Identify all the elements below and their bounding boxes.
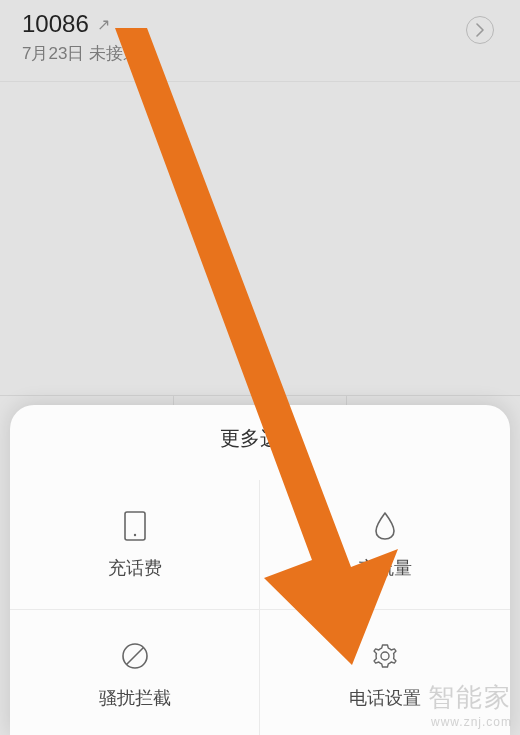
svg-line-3 bbox=[126, 648, 143, 665]
call-status: 未接通 bbox=[89, 44, 140, 63]
chevron-right-icon bbox=[476, 23, 485, 37]
option-recharge-data[interactable]: 充流量 bbox=[260, 480, 510, 610]
block-icon bbox=[119, 640, 151, 672]
gear-icon bbox=[369, 640, 401, 672]
phone-card-icon bbox=[119, 510, 151, 542]
option-label: 电话设置 bbox=[349, 686, 421, 710]
watermark: 智能家 www.znj.com bbox=[428, 680, 512, 729]
call-detail-button[interactable] bbox=[466, 16, 494, 44]
watermark-text: 智能家 bbox=[428, 680, 512, 715]
sheet-title: 更多选项 bbox=[10, 425, 510, 452]
option-recharge-balance[interactable]: 充话费 bbox=[10, 480, 260, 610]
call-meta: 7月23日 未接通 bbox=[22, 42, 140, 65]
drop-icon bbox=[369, 510, 401, 542]
call-log-item[interactable]: 10086 ↗ 7月23日 未接通 bbox=[0, 0, 520, 82]
call-log-info: 10086 ↗ 7月23日 未接通 bbox=[22, 10, 140, 65]
option-label: 充话费 bbox=[108, 556, 162, 580]
call-number-row: 10086 ↗ bbox=[22, 10, 140, 38]
outgoing-icon: ↗ bbox=[97, 15, 110, 34]
watermark-url: www.znj.com bbox=[431, 715, 512, 729]
svg-point-4 bbox=[381, 652, 389, 660]
option-block-spam[interactable]: 骚扰拦截 bbox=[10, 610, 260, 735]
call-date: 7月23日 bbox=[22, 44, 84, 63]
svg-point-1 bbox=[133, 533, 135, 535]
option-label: 充流量 bbox=[358, 556, 412, 580]
option-label: 骚扰拦截 bbox=[99, 686, 171, 710]
call-number: 10086 bbox=[22, 10, 89, 38]
